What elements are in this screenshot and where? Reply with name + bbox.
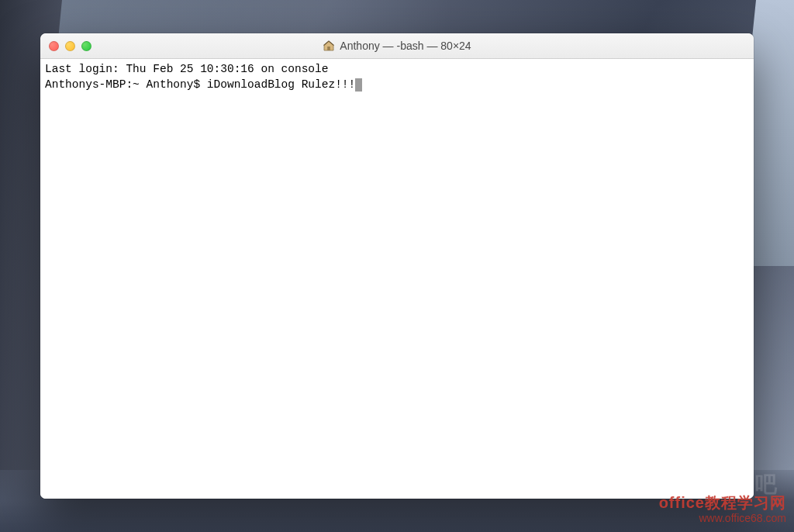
close-button[interactable] — [49, 41, 59, 51]
terminal-window: Anthony — -bash — 80×24 Last login: Thu … — [40, 33, 754, 499]
window-titlebar[interactable]: Anthony — -bash — 80×24 — [40, 33, 754, 59]
home-folder-icon — [323, 40, 335, 52]
zoom-button[interactable] — [81, 41, 91, 51]
window-title: Anthony — -bash — 80×24 — [323, 40, 471, 52]
svg-rect-0 — [328, 47, 331, 50]
shell-prompt: Anthonys-MBP:~ Anthony$ — [45, 78, 207, 91]
minimize-button[interactable] — [65, 41, 75, 51]
traffic-lights — [40, 41, 91, 51]
watermark-faded-text: 下载吧 — [709, 470, 778, 499]
terminal-content-area[interactable]: Last login: Thu Feb 25 10:30:16 on conso… — [40, 59, 754, 499]
command-input-text: iDownloadBlog Rulez!!! — [207, 78, 355, 91]
cursor-icon — [355, 78, 362, 92]
window-title-text: Anthony — -bash — 80×24 — [340, 40, 471, 52]
last-login-line: Last login: Thu Feb 25 10:30:16 on conso… — [45, 63, 328, 75]
